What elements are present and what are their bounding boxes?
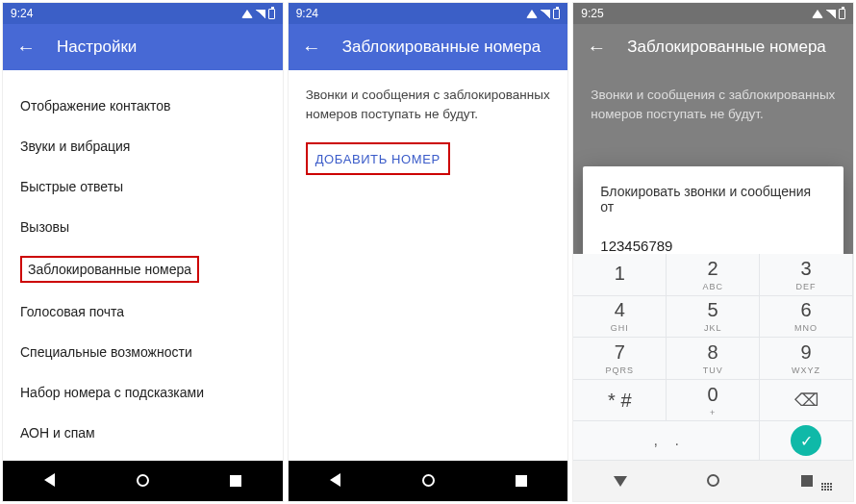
status-bar: 9:24 xyxy=(3,3,283,24)
screen-blocked-numbers: 9:24 ← Заблокированные номера Звонки и с… xyxy=(288,2,569,502)
wifi-icon xyxy=(526,10,538,18)
nav-bar xyxy=(3,461,283,501)
block-dialog: Блокировать звонки и сообщения от ОТМЕНА… xyxy=(583,166,843,254)
backspace-icon: ⌫ xyxy=(794,390,818,411)
key-1[interactable]: 1 xyxy=(573,254,667,296)
nav-home-button[interactable] xyxy=(123,473,162,490)
checkmark-icon: ✓ xyxy=(791,425,821,456)
add-number-button[interactable]: ДОБАВИТЬ НОМЕР xyxy=(315,152,441,166)
nav-recent-button[interactable] xyxy=(216,473,255,490)
nav-recent-button[interactable] xyxy=(502,473,541,490)
highlight-frame: ДОБАВИТЬ НОМЕР xyxy=(306,142,450,175)
back-arrow-icon[interactable]: ← xyxy=(302,37,321,59)
menu-item-caller-id-spam[interactable]: АОН и спам xyxy=(20,413,265,453)
key-4[interactable]: 4GHI xyxy=(573,296,667,339)
menu-item-dial-assist[interactable]: Набор номера с подсказками xyxy=(20,372,265,413)
status-bar: 9:25 xyxy=(573,3,853,24)
nav-home-button[interactable] xyxy=(409,473,447,490)
nav-bar xyxy=(289,461,568,501)
back-arrow-icon[interactable]: ← xyxy=(16,37,36,59)
back-arrow-icon[interactable]: ← xyxy=(587,37,606,59)
screen-settings: 9:24 ← Настройки Отображение контактов З… xyxy=(2,2,284,502)
status-icons xyxy=(241,9,275,19)
wifi-icon xyxy=(812,10,823,18)
square-recent-icon xyxy=(516,475,527,487)
app-bar: ← Настройки xyxy=(3,24,283,70)
menu-item-contacts-display[interactable]: Отображение контактов xyxy=(20,86,265,126)
triangle-back-icon xyxy=(44,473,55,487)
phone-number-input[interactable] xyxy=(600,234,826,254)
blocked-content: Звонки и сообщения с заблокированных ном… xyxy=(289,70,568,461)
highlight-frame: Заблокированные номера xyxy=(20,256,199,283)
info-text: Звонки и сообщения с заблокированных ном… xyxy=(591,86,836,125)
key-3[interactable]: 3DEF xyxy=(760,254,853,296)
status-time: 9:25 xyxy=(581,7,812,20)
status-time: 9:24 xyxy=(11,7,241,20)
square-recent-icon xyxy=(230,475,241,487)
page-title: Заблокированные номера xyxy=(342,38,541,57)
key-backspace[interactable]: ⌫ xyxy=(760,380,853,422)
key-comma-dot[interactable]: , . xyxy=(573,421,760,461)
status-icons xyxy=(526,9,560,19)
status-icons xyxy=(812,9,845,19)
key-6[interactable]: 6MNO xyxy=(760,296,853,339)
page-title: Настройки xyxy=(57,38,137,57)
menu-item-blocked-numbers[interactable]: Заблокированные номера xyxy=(20,247,265,291)
wifi-icon xyxy=(241,10,253,18)
page-title: Заблокированные номера xyxy=(627,38,825,57)
menu-item-accessibility[interactable]: Специальные возможности xyxy=(20,332,265,372)
key-7[interactable]: 7PQRS xyxy=(573,338,667,380)
key-8[interactable]: 8TUV xyxy=(667,338,760,380)
nav-bar xyxy=(573,461,853,501)
circle-home-icon xyxy=(422,474,435,487)
signal-icon xyxy=(256,10,265,18)
battery-icon xyxy=(839,9,845,19)
circle-home-icon xyxy=(707,474,719,487)
blocked-content-dimmed: Звонки и сообщения с заблокированных ном… xyxy=(573,70,853,254)
triangle-back-icon xyxy=(330,473,340,487)
signal-icon xyxy=(541,10,550,18)
circle-home-icon xyxy=(137,474,149,487)
settings-list: Отображение контактов Звуки и вибрация Б… xyxy=(3,70,283,461)
key-star-hash[interactable]: * # xyxy=(573,380,667,422)
key-done[interactable]: ✓ xyxy=(760,421,853,461)
app-bar: ← Заблокированные номера xyxy=(573,24,853,70)
nav-keyboard-button[interactable] xyxy=(807,471,845,491)
menu-item-calls[interactable]: Вызовы xyxy=(20,207,265,247)
triangle-down-icon xyxy=(614,476,627,487)
status-time: 9:24 xyxy=(296,7,527,20)
nav-back-button[interactable] xyxy=(30,473,68,490)
menu-item-quick-responses[interactable]: Быстрые ответы xyxy=(20,166,265,207)
info-text: Звонки и сообщения с заблокированных ном… xyxy=(306,86,551,125)
menu-item-voicemail[interactable]: Голосовая почта xyxy=(20,291,265,332)
menu-item-sounds-vibration[interactable]: Звуки и вибрация xyxy=(20,126,265,166)
key-0[interactable]: 0+ xyxy=(667,380,760,422)
menu-item-nearby-places[interactable]: Места рядом xyxy=(20,453,265,461)
nav-home-button[interactable] xyxy=(694,473,733,490)
numeric-keypad: 1 2ABC 3DEF 4GHI 5JKL 6MNO 7PQRS 8TUV 9W… xyxy=(573,254,853,461)
key-2[interactable]: 2ABC xyxy=(667,254,760,296)
battery-icon xyxy=(553,9,560,19)
screen-block-dialog: 9:25 ← Заблокированные номера Звонки и с… xyxy=(572,2,854,502)
status-bar: 9:24 xyxy=(289,3,568,24)
nav-back-button[interactable] xyxy=(315,473,354,490)
key-9[interactable]: 9WXYZ xyxy=(760,338,853,380)
key-5[interactable]: 5JKL xyxy=(667,296,760,339)
keyboard-icon xyxy=(821,483,832,491)
signal-icon xyxy=(826,10,836,18)
app-bar: ← Заблокированные номера xyxy=(289,24,568,70)
nav-back-button[interactable] xyxy=(601,473,640,490)
dialog-title: Блокировать звонки и сообщения от xyxy=(600,184,826,214)
battery-icon xyxy=(268,9,275,19)
